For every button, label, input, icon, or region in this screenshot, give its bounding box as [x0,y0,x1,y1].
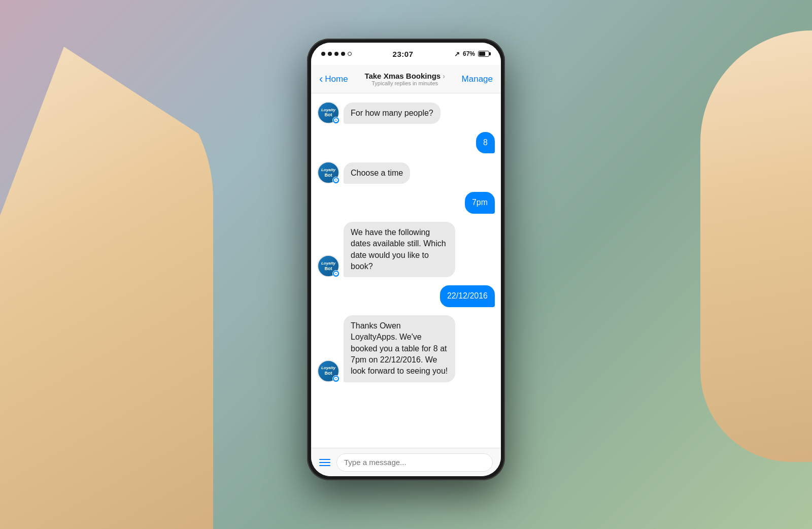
status-time: 23:07 [393,50,414,58]
manage-button[interactable]: Manage [462,74,493,84]
nav-center: Take Xmas Bookings › Typically replies i… [348,72,462,86]
signal-dot-5 [348,52,352,56]
user-message-1: 8 [476,132,495,153]
scene: 23:07 ↗ 67% ‹ Home [0,0,812,529]
message-row: Loyalty Bot Choose a time [317,161,495,184]
nav-chevron: › [443,72,445,80]
signal-dot-4 [341,52,345,56]
bot-message-2: Choose a time [344,162,410,184]
messenger-badge [332,270,340,277]
battery-icon [478,51,491,57]
message-row: Loyalty Bot For how many people? [317,102,495,124]
bot-message-3: We have the following dates available st… [344,222,455,278]
hand-left [0,47,213,529]
user-message-3: 22/12/2016 [440,285,495,307]
bot-message-1: For how many people? [344,103,441,124]
phone-screen: 23:07 ↗ 67% ‹ Home [311,43,501,476]
back-label: Home [325,74,348,84]
status-right: ↗ 67% [454,50,491,58]
arrow-icon: ↗ [454,50,460,58]
messenger-badge [332,177,340,184]
nav-title: Take Xmas Bookings › [348,72,462,80]
battery-percent: 67% [463,50,475,57]
nav-subtitle: Typically replies in minutes [348,80,462,86]
bot-avatar: Loyalty Bot [317,161,340,184]
user-message-2: 7pm [465,192,495,213]
messenger-badge [332,375,340,382]
input-bar [311,448,501,476]
signal-dot-1 [321,52,325,56]
bot-avatar: Loyalty Bot [317,255,340,277]
signal-dot-2 [328,52,332,56]
status-bar: 23:07 ↗ 67% [311,43,501,65]
bot-avatar: Loyalty Bot [317,102,340,124]
message-row: 8 [317,132,495,153]
phone-device: 23:07 ↗ 67% ‹ Home [307,39,505,480]
bot-message-4: Thanks Owen LoyaltyApps. We've booked yo… [344,315,455,382]
bot-avatar: Loyalty Bot [317,360,340,382]
back-button[interactable]: ‹ Home [319,73,348,86]
chat-area: Loyalty Bot For how many people? 8 [311,93,501,448]
menu-button[interactable] [319,459,330,466]
message-row: 7pm [317,192,495,213]
message-row: Loyalty Bot We have the following dates … [317,222,495,278]
message-row: Loyalty Bot Thanks Owen LoyaltyApps. We'… [317,315,495,382]
signal-dots [321,52,352,56]
message-input[interactable] [336,453,493,472]
hand-right [700,30,812,462]
signal-dot-3 [334,52,339,56]
nav-bar: ‹ Home Take Xmas Bookings › Typically re… [311,65,501,93]
back-chevron: ‹ [319,73,323,86]
messenger-badge [332,117,340,124]
message-row: 22/12/2016 [317,285,495,307]
